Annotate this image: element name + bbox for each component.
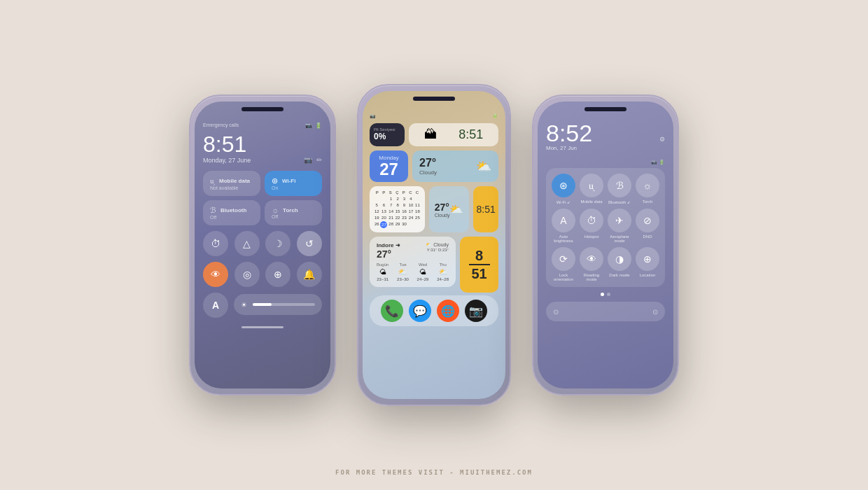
forecast: Bugün🌤23~31 Tue⛅23~30 Wed🌤24~29 Thu⛅24~2… bbox=[377, 262, 449, 281]
right-time: 8:52 bbox=[546, 121, 592, 145]
messages-icon[interactable]: 💬 bbox=[409, 300, 431, 322]
mountain-widget: 🏔 8:51 bbox=[409, 123, 498, 146]
reading-mode-item[interactable]: 👁 Reading mode bbox=[580, 247, 603, 281]
dark-mode-item[interactable]: ◑ Dark mode bbox=[608, 247, 631, 281]
cc-top-icons: 📷 🔋 bbox=[305, 122, 322, 129]
triangle-btn[interactable]: △ bbox=[234, 231, 260, 256]
screen-right: 8:52 Mon, 27 Jun ⚙ 📷 🔋 ⊛ Wi-Fi ↙ bbox=[538, 102, 673, 388]
bluetooth-tile[interactable]: ℬ Bluetooth Off bbox=[203, 200, 260, 225]
cal-grid: 1234 567891011 12131415161718 1920212223… bbox=[374, 196, 421, 228]
cc-tiles: ᶙ Mobile data Not available ⊛ Wi-Fi On bbox=[203, 171, 322, 225]
home-middle-row: PPSÇPCC 1234 567891011 12131415161718 19… bbox=[370, 186, 498, 232]
lock-orientation-item[interactable]: ⟳ Lock orientation bbox=[552, 247, 575, 281]
cc-header: Emergency calls 📷 🔋 bbox=[203, 122, 322, 129]
cal-header: PPSÇPCC bbox=[374, 190, 421, 195]
weather-27-widget: 27° Cloudy ⛅ bbox=[429, 186, 470, 232]
moon-btn[interactable]: ☽ bbox=[265, 231, 290, 256]
search-icon: ⊙ bbox=[553, 308, 559, 316]
home-indicator[interactable] bbox=[241, 326, 284, 328]
bottom-weather-widget: Indore ➜ 27° ⛅ Cloudy Y:31° D:23° Bugün🌤… bbox=[370, 237, 456, 287]
weather-widget: 27° Cloudy ⛅ bbox=[412, 150, 498, 182]
watermark: FOR MORE THEMES VISIT - MIUITHEMEZ.COM bbox=[335, 469, 533, 476]
phones-container: Emergency calls 📷 🔋 8:51 Monday, 27 June… bbox=[189, 84, 679, 406]
phone-center: 📷 🔋 Pil Seviyesi 0% 🏔 8:51 bbox=[357, 84, 511, 406]
auto-brightness-item[interactable]: A Auto brightness bbox=[552, 209, 575, 243]
hotspot-item[interactable]: ⏱ Hotspot bbox=[580, 209, 603, 243]
rotate-btn[interactable]: ↺ bbox=[297, 231, 322, 256]
torch-item[interactable]: ☼ Torch bbox=[636, 174, 659, 204]
circle-btn[interactable]: ◎ bbox=[234, 262, 260, 287]
torch-tile[interactable]: ☼ Torch Off bbox=[265, 200, 322, 225]
dnd-item[interactable]: ⊘ DND bbox=[636, 209, 659, 243]
time-big-yellow: 8 51 bbox=[460, 237, 498, 293]
dot-1 bbox=[601, 293, 604, 296]
home-row1: Pil Seviyesi 0% 🏔 8:51 bbox=[370, 123, 498, 146]
left-date: Monday, 27 June bbox=[203, 157, 251, 164]
wifi-tile[interactable]: ⊛ Wi-Fi On bbox=[265, 171, 322, 196]
brightness-slider[interactable]: ☀ bbox=[234, 294, 322, 315]
a-button[interactable]: A bbox=[203, 293, 228, 318]
page-dots bbox=[546, 293, 665, 296]
dot-2 bbox=[607, 293, 610, 296]
emergency-text: Emergency calls bbox=[203, 122, 239, 127]
cc-buttons-row1: ⏱ △ ☽ ↺ bbox=[203, 231, 322, 256]
chrome-icon[interactable]: 🌐 bbox=[437, 300, 459, 322]
time-small-yellow: 8:51 bbox=[473, 186, 498, 232]
battery-widget: Pil Seviyesi 0% bbox=[370, 123, 405, 146]
mobile-data-tile[interactable]: ᶙ Mobile data Not available bbox=[203, 171, 260, 196]
alarm-btn[interactable]: ⏱ bbox=[203, 231, 228, 256]
eye-btn[interactable]: 👁 bbox=[203, 262, 228, 287]
mountain-icon: 🏔 bbox=[424, 127, 437, 142]
phone-icon[interactable]: 📞 bbox=[381, 300, 403, 322]
rc-control-grid: ⊛ Wi-Fi ↙ ᶙ Mobile data ℬ Bluetooth ↙ ☼ … bbox=[546, 168, 665, 287]
phone-left: Emergency calls 📷 🔋 8:51 Monday, 27 June… bbox=[189, 94, 336, 396]
aeroplane-item[interactable]: ✈ Aeroplane mode bbox=[608, 209, 631, 243]
wifi-item[interactable]: ⊛ Wi-Fi ↙ bbox=[552, 174, 575, 204]
cc-buttons-row2: 👁 ◎ ⊕ 🔔 bbox=[203, 262, 322, 287]
rc-header: 8:52 Mon, 27 Jun ⚙ bbox=[546, 121, 665, 157]
rc-search-bar[interactable]: ⊙ ⊙ bbox=[546, 302, 665, 321]
screen-left: Emergency calls 📷 🔋 8:51 Monday, 27 June… bbox=[195, 102, 330, 388]
phone-right: 8:52 Mon, 27 Jun ⚙ 📷 🔋 ⊛ Wi-Fi ↙ bbox=[532, 94, 679, 396]
bluetooth-item[interactable]: ℬ Bluetooth ↙ bbox=[608, 174, 631, 204]
search-right-icon: ⊙ bbox=[652, 308, 658, 316]
dock: 📞 💬 🌐 📷 bbox=[370, 295, 498, 326]
calendar-widget: PPSÇPCC 1234 567891011 12131415161718 19… bbox=[370, 186, 425, 232]
left-time: 8:51 bbox=[203, 133, 251, 155]
brightness-fill bbox=[253, 303, 272, 306]
mobile-data-item[interactable]: ᶙ Mobile data bbox=[580, 174, 603, 204]
bell-btn[interactable]: 🔔 bbox=[297, 262, 322, 287]
date-widget: Monday 27 bbox=[370, 150, 408, 182]
brightness-track bbox=[253, 303, 315, 306]
rc-top-icons: ⚙ bbox=[659, 136, 665, 143]
screen-center: 📷 🔋 Pil Seviyesi 0% 🏔 8:51 bbox=[363, 91, 505, 399]
location-item[interactable]: ⊕ Location bbox=[636, 247, 659, 281]
torch-label: Torch bbox=[283, 207, 298, 214]
location-btn[interactable]: ⊕ bbox=[265, 262, 290, 287]
camera-icon[interactable]: 📷 bbox=[465, 300, 487, 322]
